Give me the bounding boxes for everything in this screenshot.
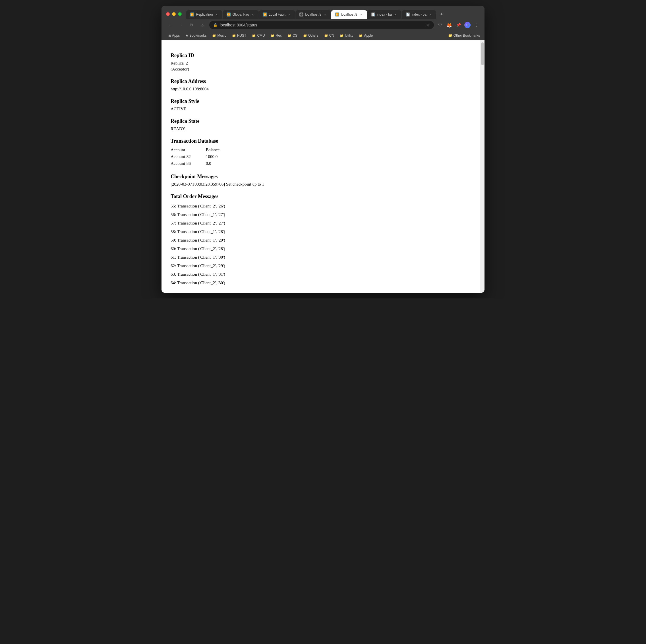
tab-close[interactable]: ✕ <box>287 12 291 16</box>
shield-icon[interactable]: 🛡 <box>437 22 444 28</box>
order-message-7: 62: Transaction ('Client_2', '29') <box>171 261 471 270</box>
scrollbar-thumb[interactable] <box>481 42 484 65</box>
menu-button[interactable]: ⋮ <box>473 22 480 28</box>
replica-state-value: READY <box>171 126 471 131</box>
tab-close[interactable]: ✕ <box>394 12 398 16</box>
folder-icon: 📁 <box>271 34 275 37</box>
tabs-bar: 🔁 Replication ✕ 🔁 Global Fau ✕ 🔁 Local F… <box>186 9 446 19</box>
folder-icon: 📁 <box>232 34 236 37</box>
folder-icon: 📁 <box>448 33 452 37</box>
replica-style-value: ACTIVE <box>171 107 471 111</box>
forward-button[interactable]: → <box>177 21 185 29</box>
total-order-heading: Total Order Messages <box>171 194 471 200</box>
order-message-8: 63: Transaction ('Client_1', '31') <box>171 270 471 278</box>
tab-label: localhost:8 <box>305 12 321 16</box>
bookmark-music[interactable]: 📁 Music <box>210 33 228 38</box>
address-bar[interactable]: 🔒 localhost:8004/status ☆ <box>209 21 434 29</box>
tab-label: Replication <box>196 12 213 16</box>
page-content: Replica ID Replica_2 (Acceptor) Replica … <box>162 40 480 293</box>
bookmark-cn[interactable]: 📁 CN <box>322 33 336 38</box>
db-header-row: Account Balance <box>171 146 471 153</box>
bookmark-music-label: Music <box>217 33 226 37</box>
tab-favicon: 🔁 <box>335 12 339 16</box>
order-message-4: 59: Transaction ('Client_1', '29') <box>171 236 471 244</box>
new-tab-button[interactable]: + <box>438 10 446 18</box>
scrollbar-track[interactable] <box>480 40 484 293</box>
bookmark-bookmarks[interactable]: ★ Bookmarks <box>183 33 209 38</box>
bookmark-apps[interactable]: ⊞ Apps <box>166 33 182 38</box>
order-message-5: 60: Transaction ('Client_2', '28') <box>171 244 471 253</box>
db-account-2: Account-86 <box>171 160 199 167</box>
bookmark-rec-label: Rec <box>276 33 282 37</box>
db-account-1: Account-82 <box>171 153 199 160</box>
tab-close[interactable]: ✕ <box>323 12 327 16</box>
folder-icon: 📁 <box>303 34 307 37</box>
bookmark-apple[interactable]: 📁 Apple <box>356 33 375 38</box>
tab-local-fault[interactable]: 🔁 Local Fault ✕ <box>259 10 295 19</box>
db-col-balance-header: Balance <box>206 146 229 153</box>
maximize-button[interactable] <box>178 12 182 16</box>
order-message-0: 55: Transaction ('Client_2', '26') <box>171 202 471 210</box>
profile-icon[interactable]: U <box>464 22 471 28</box>
folder-icon: 📁 <box>288 34 292 37</box>
bookmark-utility-label: Utility <box>345 33 353 37</box>
other-bookmarks[interactable]: 📁 Other Bookmarks <box>448 33 480 37</box>
replica-state-heading: Replica State <box>171 118 471 124</box>
tab-localhost-4[interactable]: ⚫ localhost:8 ✕ <box>296 10 331 19</box>
tab-favicon: 📄 <box>371 12 375 16</box>
bookmark-hust-label: HUST <box>237 33 246 37</box>
replica-role: (Acceptor) <box>171 67 471 72</box>
bookmark-cs-label: CS <box>293 33 297 37</box>
folder-icon: 📁 <box>252 34 256 37</box>
bookmark-others-label: Others <box>308 33 318 37</box>
db-data-row-1: Account-82 1000.0 <box>171 153 471 160</box>
db-balance-2: 0.0 <box>206 160 229 167</box>
tab-localhost-5[interactable]: 🔁 localhost:8 ✕ <box>331 10 367 19</box>
order-message-2: 57: Transaction ('Client_2', '27') <box>171 219 471 227</box>
tab-replication[interactable]: 🔁 Replication ✕ <box>186 10 222 19</box>
db-data-row-2: Account-86 0.0 <box>171 160 471 167</box>
content-wrapper: Replica ID Replica_2 (Acceptor) Replica … <box>162 40 484 293</box>
order-message-3: 58: Transaction ('Client_1', '28') <box>171 227 471 236</box>
tab-label: index - ba <box>411 12 427 16</box>
close-button[interactable] <box>166 12 170 16</box>
bookmark-utility[interactable]: 📁 Utility <box>337 33 355 38</box>
bookmark-cs[interactable]: 📁 CS <box>285 33 300 38</box>
folder-icon: 📁 <box>359 34 363 37</box>
replica-address-heading: Replica Address <box>171 79 471 85</box>
apps-grid-icon: ⊞ <box>168 34 171 37</box>
bookmark-others[interactable]: 📁 Others <box>301 33 321 38</box>
tab-index-6[interactable]: 📄 index - ba ✕ <box>367 10 402 19</box>
tab-close[interactable]: ✕ <box>214 12 218 16</box>
home-button[interactable]: ⌂ <box>199 21 206 29</box>
bookmark-cmu-label: CMU <box>257 33 265 37</box>
firefox-icon[interactable]: 🦊 <box>446 22 453 28</box>
bookmark-rec[interactable]: 📁 Rec <box>268 33 284 38</box>
tab-label: index - ba <box>377 12 392 16</box>
order-message-9: 64: Transaction ('Client_2', '30') <box>171 278 471 287</box>
bookmark-cmu[interactable]: 📁 CMU <box>250 33 267 38</box>
db-col-account-header: Account <box>171 146 199 153</box>
tab-close[interactable]: ✕ <box>251 12 255 16</box>
refresh-button[interactable]: ↻ <box>188 21 196 29</box>
tab-global-fault[interactable]: 🔁 Global Fau ✕ <box>223 10 259 19</box>
db-table: Account Balance Account-82 1000.0 Accoun… <box>171 146 471 167</box>
pocket-icon[interactable]: 📌 <box>455 22 462 28</box>
folder-icon: 📁 <box>340 34 344 37</box>
folder-icon: 📁 <box>324 34 328 37</box>
browser-window: 🔁 Replication ✕ 🔁 Global Fau ✕ 🔁 Local F… <box>162 6 484 293</box>
tab-close[interactable]: ✕ <box>359 12 363 16</box>
back-button[interactable]: ← <box>166 21 174 29</box>
bookmark-hust[interactable]: 📁 HUST <box>230 33 249 38</box>
toolbar-icons: 🛡 🦊 📌 U ⋮ <box>437 22 480 28</box>
bookmarks-bar: ⊞ Apps ★ Bookmarks 📁 Music 📁 HUST 📁 CMU … <box>162 31 484 40</box>
checkpoint-message: [2020-03-07T00:03:28.359706] Set checkpo… <box>171 182 471 187</box>
bookmark-bookmarks-label: Bookmarks <box>189 33 206 37</box>
db-balance-1: 1000.0 <box>206 153 229 160</box>
tab-close[interactable]: ✕ <box>428 12 432 16</box>
order-messages: 55: Transaction ('Client_2', '26')56: Tr… <box>171 202 471 287</box>
address-text: localhost:8004/status <box>220 23 257 27</box>
tab-label: Global Fau <box>232 12 249 16</box>
minimize-button[interactable] <box>172 12 176 16</box>
tab-index-7[interactable]: 📄 index - ba ✕ <box>402 10 436 19</box>
